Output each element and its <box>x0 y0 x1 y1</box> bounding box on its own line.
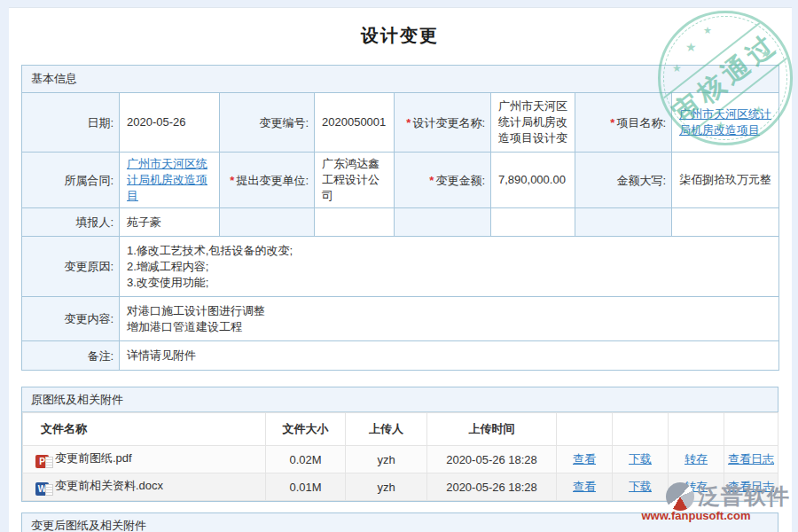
col-uploader: 上传人 <box>346 413 427 446</box>
upload-time-cell: 2020-05-26 18:28 <box>427 473 557 501</box>
change-reason-value: 1.修改工艺技术,包括设备的改变; 2.增减工程内容; 3.改变使用功能; <box>120 237 779 297</box>
design-change-name-value: 广州市天河区统计局机房改造项目设计变 <box>491 93 575 153</box>
basic-info-section-header: 基本信息 <box>22 66 779 93</box>
transfer-link[interactable]: 转存 <box>685 452 708 466</box>
col-file-size: 文件大小 <box>266 413 346 446</box>
required-mark: * <box>230 174 234 187</box>
col-file-name: 文件名称 <box>23 413 266 446</box>
col-action <box>724 413 778 446</box>
change-content-value: 对港口施工设计图进行调整 增加港口管道建设工程 <box>120 297 779 341</box>
change-amount-value: 7,890,000.00 <box>491 153 575 208</box>
word-file-icon: W <box>35 482 49 496</box>
page-title: 设计变更 <box>21 8 778 47</box>
change-amount-label: *变更金额: <box>395 153 491 208</box>
vendor-logo-icon <box>666 482 694 511</box>
change-reason-label: 变更原因: <box>22 237 120 297</box>
reporter-label: 填报人: <box>22 208 120 237</box>
contract-value: 广州市天河区统计局机房改造项目 <box>120 153 220 208</box>
propose-unit-value: 广东鸿达鑫工程设计公司 <box>315 153 395 208</box>
required-mark: * <box>610 116 614 129</box>
required-mark: * <box>429 174 434 187</box>
form-panel: 设计变更 基本信息 日期: 2020-05-26 变更编号: 202005000… <box>9 7 792 532</box>
empty-label-cell <box>220 208 315 237</box>
vendor-watermark: 泛普软件 www.fanpusoft.com <box>602 481 790 522</box>
original-attachments-header: 原图纸及相关附件 <box>22 387 778 412</box>
file-name-cell: P变更前图纸.pdf <box>23 446 266 473</box>
basic-info-table: 基本信息 日期: 2020-05-26 变更编号: 2020050001 *设计… <box>21 65 779 371</box>
propose-unit-label: *提出变更单位: <box>220 153 315 208</box>
change-content-label: 变更内容: <box>22 297 120 341</box>
vendor-brand: 泛普软件 <box>698 481 790 511</box>
date-value: 2020-05-26 <box>120 93 220 153</box>
col-action <box>613 413 669 446</box>
pdf-file-icon: P <box>35 455 49 468</box>
view-link[interactable]: 查看 <box>573 452 596 466</box>
empty-label-cell <box>395 208 491 237</box>
contract-link[interactable]: 广州市天河区统计局机房改造项目 <box>127 157 207 202</box>
amount-in-words-label: 金额大写: <box>575 153 672 208</box>
file-size-cell: 0.01M <box>266 473 346 501</box>
change-no-value: 2020050001 <box>315 93 395 153</box>
empty-label-cell <box>575 208 672 237</box>
design-change-name-label: *设计变更名称: <box>395 93 491 153</box>
uploader-cell: yzh <box>346 473 427 501</box>
download-link[interactable]: 下载 <box>629 452 652 466</box>
upload-time-cell: 2020-05-26 18:28 <box>427 446 557 473</box>
file-size-cell: 0.02M <box>266 446 346 473</box>
col-action <box>669 413 724 446</box>
required-mark: * <box>406 116 411 129</box>
amount-in-words-value: 柒佰捌拾玖万元整 <box>672 153 779 208</box>
change-no-label: 变更编号: <box>220 93 315 153</box>
file-name-cell: W变更前相关资料.docx <box>23 473 266 501</box>
attachment-row: P变更前图纸.pdf 0.02M yzh 2020-05-26 18:28 查看… <box>23 446 778 473</box>
vendor-url: www.fanpusoft.com <box>602 509 790 522</box>
project-name-label: *项目名称: <box>575 93 672 153</box>
date-label: 日期: <box>22 93 120 153</box>
project-name-link[interactable]: 广州市天河区统计局机房改造项目 <box>679 107 771 137</box>
remark-label: 备注: <box>22 341 120 371</box>
contract-label: 所属合同: <box>22 153 120 208</box>
uploader-cell: yzh <box>346 446 427 473</box>
col-upload-time: 上传时间 <box>427 413 557 446</box>
col-action <box>557 413 613 446</box>
view-link[interactable]: 查看 <box>573 480 596 493</box>
reporter-value: 苑子豪 <box>120 208 220 237</box>
view-log-link[interactable]: 查看日志 <box>728 452 774 466</box>
empty-value-cell <box>491 208 575 237</box>
empty-value-cell <box>315 208 395 237</box>
remark-value: 详情请见附件 <box>120 341 779 371</box>
project-name-value: 广州市天河区统计局机房改造项目 <box>672 93 779 153</box>
empty-value-cell <box>672 208 779 237</box>
